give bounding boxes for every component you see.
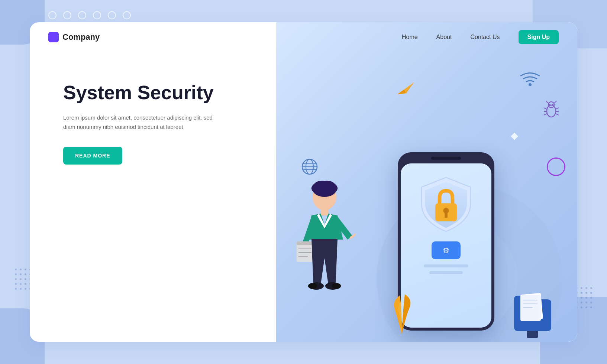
diamond-decoration <box>511 133 518 140</box>
phone-settings-button: ⚙ <box>432 241 461 259</box>
nav-links: Home About Contact Us Sign Up <box>402 30 559 44</box>
brand-logo: Company <box>48 32 100 42</box>
person-illustration <box>291 176 365 332</box>
nav-about[interactable]: About <box>436 34 452 40</box>
shield-icon <box>416 175 476 234</box>
brand-name: Company <box>62 32 100 42</box>
bug-icon <box>540 98 562 120</box>
phone-notch <box>431 157 461 160</box>
navbar: Company Home About Contact Us Sign Up <box>30 22 577 52</box>
phone-screen: ⚙ <box>401 163 491 328</box>
globe-icon <box>300 157 319 176</box>
svg-point-19 <box>549 104 551 105</box>
nav-home[interactable]: Home <box>402 34 418 40</box>
decorative-circles <box>48 11 131 19</box>
wifi-icon <box>519 68 541 87</box>
svg-line-18 <box>556 114 559 115</box>
svg-point-23 <box>443 208 449 214</box>
svg-line-13 <box>544 108 547 109</box>
svg-line-12 <box>554 101 556 103</box>
svg-line-11 <box>546 101 548 103</box>
main-card: Company Home About Contact Us Sign Up Sy… <box>30 22 577 342</box>
svg-point-37 <box>332 283 341 289</box>
svg-line-17 <box>544 114 547 115</box>
read-more-button[interactable]: READ MORE <box>63 147 122 165</box>
signup-button[interactable]: Sign Up <box>519 30 559 44</box>
phone-text-line-2 <box>429 271 463 274</box>
nav-contact[interactable]: Contact Us <box>470 34 500 40</box>
left-content: System Security Lorem ipsum dolor sit am… <box>48 67 295 179</box>
svg-rect-27 <box>321 208 328 215</box>
circle-decoration <box>547 157 565 176</box>
phone-text-line-1 <box>424 264 468 267</box>
paper-plane-icon <box>397 80 415 95</box>
svg-point-9 <box>547 105 556 117</box>
svg-rect-30 <box>297 241 313 245</box>
folder-area <box>512 288 553 334</box>
svg-point-20 <box>552 104 553 105</box>
svg-rect-24 <box>445 213 448 218</box>
plant-left <box>391 290 413 334</box>
brand-icon <box>48 32 59 42</box>
hero-subtitle: Lorem ipsum dolor sit amet, consectetuer… <box>63 113 219 132</box>
hero-title: System Security <box>63 82 280 104</box>
gear-icon: ⚙ <box>443 246 449 255</box>
svg-point-35 <box>308 283 317 289</box>
svg-line-15 <box>556 108 559 109</box>
svg-point-8 <box>529 83 532 86</box>
illustration-area: ⚙ <box>276 45 577 342</box>
